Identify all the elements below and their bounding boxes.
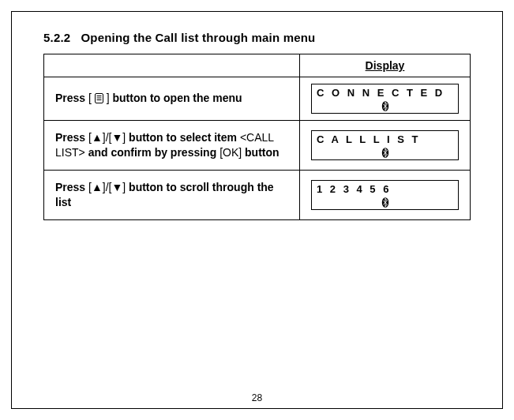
section-heading: 5.2.2 Opening the Call list through main… — [43, 31, 471, 44]
page-content: 5.2.2 Opening the Call list through main… — [12, 12, 502, 408]
table-row: Press [▲]/[▼] button to scroll through t… — [44, 170, 471, 219]
table-row: Press [ ] button to open the menu C O N … — [44, 77, 471, 121]
header-left — [44, 54, 300, 77]
menu-icon — [95, 92, 103, 107]
instruction-cell: Press [▲]/[▼] button to scroll through t… — [44, 170, 300, 219]
bluetooth-icon — [381, 148, 388, 158]
section-title: Opening the Call list through main menu — [81, 31, 315, 44]
arrow-keys: [▲]/[▼] — [88, 181, 126, 193]
bluetooth-icon — [381, 197, 388, 208]
display-cell: C A L L L I S T — [300, 121, 471, 171]
lcd-display: 1 2 3 4 5 6 — [311, 180, 459, 210]
ok-key: [OK] — [219, 146, 242, 159]
lcd-display: C O N N E C T E D — [311, 84, 459, 114]
steps-table: Display Press [ ] button to open the men… — [43, 54, 471, 220]
table-header-row: Display — [44, 54, 471, 77]
instr-text: and confirm by pressing — [85, 146, 219, 159]
display-cell: C O N N E C T E D — [300, 77, 471, 121]
keycap-open: [ — [88, 92, 95, 104]
header-right-text: Display — [366, 59, 405, 72]
lcd-line1: 1 2 3 4 5 6 — [317, 183, 391, 195]
keycap-close: ] — [103, 92, 110, 104]
lcd-line1: C O N N E C T E D — [317, 87, 445, 99]
bluetooth-icon — [381, 101, 388, 111]
section-number: 5.2.2 — [43, 31, 70, 44]
instr-text: Press — [55, 181, 88, 193]
instruction-cell: Press [▲]/[▼] button to select item <CAL… — [44, 121, 300, 171]
table-row: Press [▲]/[▼] button to select item <CAL… — [44, 121, 471, 171]
instr-text: Press — [55, 131, 88, 144]
header-right: Display — [300, 54, 471, 77]
lcd-line1: C A L L L I S T — [317, 133, 420, 145]
instr-text: button to select item — [126, 131, 240, 144]
display-cell: 1 2 3 4 5 6 — [300, 170, 471, 219]
instruction-cell: Press [ ] button to open the menu — [44, 77, 300, 121]
page-number: 28 — [12, 392, 502, 403]
lcd-display: C A L L L I S T — [311, 130, 459, 160]
instr-text: Press — [55, 92, 88, 104]
arrow-keys: [▲]/[▼] — [88, 131, 126, 144]
instr-text: button to open the menu — [110, 92, 242, 104]
page-border: 5.2.2 Opening the Call list through main… — [11, 11, 503, 409]
instr-text: button — [242, 146, 279, 159]
